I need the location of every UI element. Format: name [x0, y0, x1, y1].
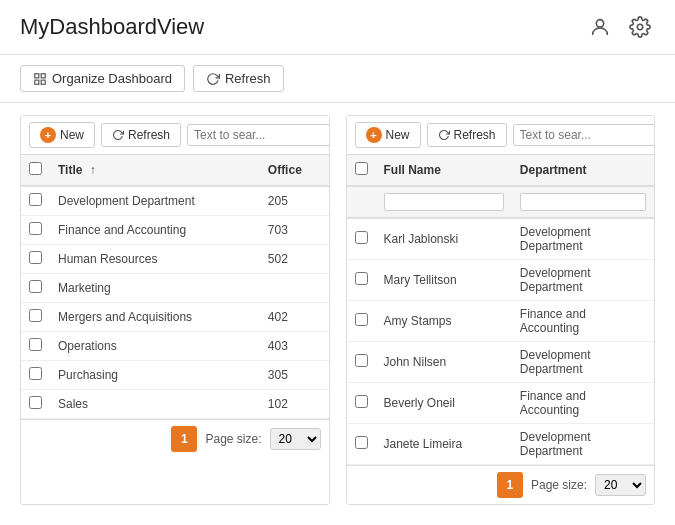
right-row-department: Development Department [512, 424, 654, 465]
left-refresh-icon [112, 129, 124, 141]
right-filter-department-input[interactable] [520, 193, 646, 211]
row-checkbox-cell [347, 342, 376, 383]
right-search-box[interactable] [513, 124, 655, 146]
row-checkbox[interactable] [29, 193, 42, 206]
left-search-input[interactable] [194, 128, 329, 142]
svg-rect-2 [35, 73, 39, 77]
row-checkbox-cell [21, 216, 50, 245]
right-page-size-select[interactable]: 201050100 [595, 474, 646, 496]
table-row: Mergers and Acquisitions 402 [21, 303, 329, 332]
row-checkbox[interactable] [355, 313, 368, 326]
left-row-office: 502 [260, 245, 329, 274]
table-row: Human Resources 502 [21, 245, 329, 274]
right-row-fullname: Beverly Oneil [376, 383, 512, 424]
left-row-title: Mergers and Acquisitions [50, 303, 260, 332]
right-row-fullname: Karl Jablonski [376, 218, 512, 260]
left-row-title: Operations [50, 332, 260, 361]
row-checkbox[interactable] [355, 395, 368, 408]
row-checkbox-cell [347, 383, 376, 424]
row-checkbox[interactable] [29, 222, 42, 235]
right-header-department: Department [512, 155, 654, 186]
row-checkbox[interactable] [29, 338, 42, 351]
row-checkbox-cell [347, 301, 376, 342]
main-refresh-button[interactable]: Refresh [193, 65, 284, 92]
right-new-button[interactable]: + New [355, 122, 421, 148]
table-row: Mary Tellitson Development Department [347, 260, 655, 301]
left-new-button[interactable]: + New [29, 122, 95, 148]
row-checkbox[interactable] [355, 354, 368, 367]
right-filter-fullname-input[interactable] [384, 193, 504, 211]
left-select-all-checkbox[interactable] [29, 162, 42, 175]
row-checkbox-cell [21, 303, 50, 332]
right-search-input[interactable] [520, 128, 655, 142]
right-row-department: Development Department [512, 342, 654, 383]
right-row-fullname: Janete Limeira [376, 424, 512, 465]
right-page-size-label: Page size: [531, 478, 587, 492]
left-page-1-button[interactable]: 1 [171, 426, 197, 452]
left-row-office: 305 [260, 361, 329, 390]
right-table: Full Name Department [347, 155, 655, 465]
main-refresh-icon [206, 72, 220, 86]
left-table: Title ↑ Office Development Department 20… [21, 155, 329, 419]
right-header-checkbox-col [347, 155, 376, 186]
left-row-office: 102 [260, 390, 329, 419]
left-panel: + New Refresh [20, 115, 330, 505]
table-row: Purchasing 305 [21, 361, 329, 390]
right-refresh-button[interactable]: Refresh [427, 123, 507, 147]
table-row: Development Department 205 [21, 186, 329, 216]
table-row: Janete Limeira Development Department [347, 424, 655, 465]
left-row-title: Marketing [50, 274, 260, 303]
left-row-office: 205 [260, 186, 329, 216]
row-checkbox[interactable] [29, 280, 42, 293]
profile-icon-button[interactable] [585, 12, 615, 42]
left-panel-toolbar: + New Refresh [21, 116, 329, 155]
row-checkbox-cell [347, 424, 376, 465]
row-checkbox[interactable] [29, 251, 42, 264]
row-checkbox-cell [21, 186, 50, 216]
left-page-size-select[interactable]: 201050100 [270, 428, 321, 450]
row-checkbox[interactable] [29, 367, 42, 380]
right-select-all-checkbox[interactable] [355, 162, 368, 175]
organize-icon [33, 72, 47, 86]
right-new-plus-icon: + [366, 127, 382, 143]
page-title: MyDashboardView [20, 14, 204, 40]
settings-icon-button[interactable] [625, 12, 655, 42]
left-row-title: Finance and Accounting [50, 216, 260, 245]
header-actions [585, 12, 655, 42]
main-toolbar: Organize Dashboard Refresh [0, 55, 675, 103]
row-checkbox[interactable] [29, 309, 42, 322]
left-row-title: Human Resources [50, 245, 260, 274]
row-checkbox-cell [347, 260, 376, 301]
svg-rect-3 [41, 73, 45, 77]
row-checkbox[interactable] [355, 436, 368, 449]
row-checkbox[interactable] [355, 231, 368, 244]
right-refresh-icon [438, 129, 450, 141]
row-checkbox[interactable] [29, 396, 42, 409]
table-row: Marketing [21, 274, 329, 303]
content-area: + New Refresh [0, 103, 675, 517]
right-row-department: Finance and Accounting [512, 383, 654, 424]
right-row-fullname: Amy Stamps [376, 301, 512, 342]
right-row-department: Development Department [512, 260, 654, 301]
right-row-fullname: John Nilsen [376, 342, 512, 383]
left-row-office [260, 274, 329, 303]
organize-dashboard-button[interactable]: Organize Dashboard [20, 65, 185, 92]
right-panel-footer: 1 Page size: 201050100 [347, 465, 655, 504]
table-row: John Nilsen Development Department [347, 342, 655, 383]
left-search-box[interactable] [187, 124, 329, 146]
svg-rect-5 [41, 80, 45, 84]
left-header-checkbox-col [21, 155, 50, 186]
left-refresh-button[interactable]: Refresh [101, 123, 181, 147]
row-checkbox-cell [347, 218, 376, 260]
row-checkbox-cell [21, 390, 50, 419]
left-row-office: 703 [260, 216, 329, 245]
sort-arrow-icon: ↑ [90, 163, 96, 177]
row-checkbox[interactable] [355, 272, 368, 285]
right-row-department: Development Department [512, 218, 654, 260]
right-page-1-button[interactable]: 1 [497, 472, 523, 498]
row-checkbox-cell [21, 361, 50, 390]
table-row: Karl Jablonski Development Department [347, 218, 655, 260]
right-filter-department-cell [512, 186, 654, 218]
left-header-title[interactable]: Title ↑ [50, 155, 260, 186]
header: MyDashboardView [0, 0, 675, 55]
